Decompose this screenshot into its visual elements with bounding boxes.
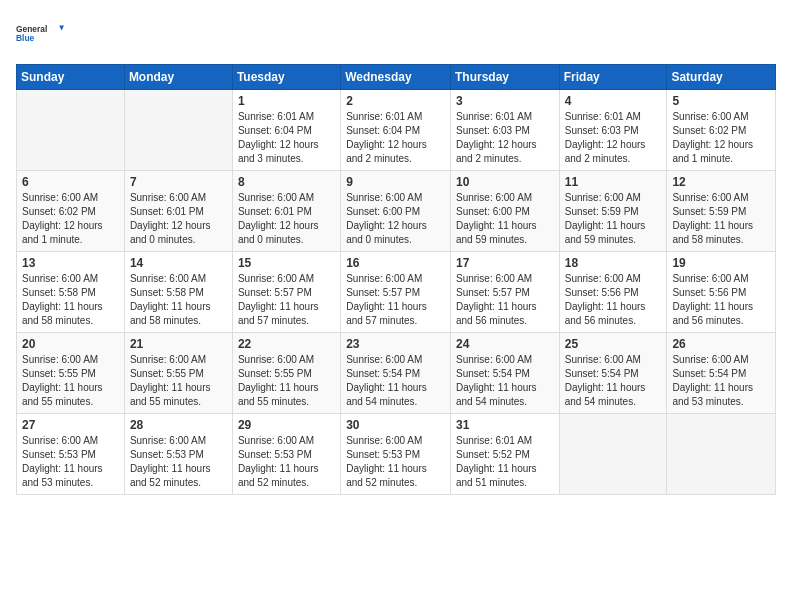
calendar-cell: 5Sunrise: 6:00 AM Sunset: 6:02 PM Daylig…	[667, 90, 776, 171]
day-info: Sunrise: 6:01 AM Sunset: 6:03 PM Dayligh…	[456, 110, 554, 166]
day-number: 23	[346, 337, 445, 351]
week-row-4: 27Sunrise: 6:00 AM Sunset: 5:53 PM Dayli…	[17, 414, 776, 495]
calendar-cell: 6Sunrise: 6:00 AM Sunset: 6:02 PM Daylig…	[17, 171, 125, 252]
day-number: 1	[238, 94, 335, 108]
calendar-cell: 4Sunrise: 6:01 AM Sunset: 6:03 PM Daylig…	[559, 90, 667, 171]
day-number: 19	[672, 256, 770, 270]
day-info: Sunrise: 6:00 AM Sunset: 5:57 PM Dayligh…	[456, 272, 554, 328]
calendar-cell: 7Sunrise: 6:00 AM Sunset: 6:01 PM Daylig…	[124, 171, 232, 252]
day-info: Sunrise: 6:00 AM Sunset: 5:55 PM Dayligh…	[130, 353, 227, 409]
calendar-cell	[124, 90, 232, 171]
calendar-cell: 15Sunrise: 6:00 AM Sunset: 5:57 PM Dayli…	[232, 252, 340, 333]
day-number: 16	[346, 256, 445, 270]
day-info: Sunrise: 6:00 AM Sunset: 6:00 PM Dayligh…	[346, 191, 445, 247]
calendar-cell	[559, 414, 667, 495]
day-info: Sunrise: 6:00 AM Sunset: 5:53 PM Dayligh…	[22, 434, 119, 490]
day-number: 2	[346, 94, 445, 108]
logo: General Blue	[16, 16, 64, 52]
weekday-saturday: Saturday	[667, 65, 776, 90]
day-info: Sunrise: 6:01 AM Sunset: 6:03 PM Dayligh…	[565, 110, 662, 166]
calendar-cell: 25Sunrise: 6:00 AM Sunset: 5:54 PM Dayli…	[559, 333, 667, 414]
day-number: 26	[672, 337, 770, 351]
day-info: Sunrise: 6:00 AM Sunset: 5:53 PM Dayligh…	[346, 434, 445, 490]
day-info: Sunrise: 6:00 AM Sunset: 5:59 PM Dayligh…	[565, 191, 662, 247]
day-number: 3	[456, 94, 554, 108]
calendar-cell: 17Sunrise: 6:00 AM Sunset: 5:57 PM Dayli…	[450, 252, 559, 333]
day-number: 25	[565, 337, 662, 351]
day-number: 21	[130, 337, 227, 351]
day-number: 14	[130, 256, 227, 270]
day-info: Sunrise: 6:00 AM Sunset: 5:56 PM Dayligh…	[672, 272, 770, 328]
day-number: 4	[565, 94, 662, 108]
day-info: Sunrise: 6:00 AM Sunset: 6:02 PM Dayligh…	[22, 191, 119, 247]
calendar-cell: 24Sunrise: 6:00 AM Sunset: 5:54 PM Dayli…	[450, 333, 559, 414]
weekday-wednesday: Wednesday	[341, 65, 451, 90]
day-number: 17	[456, 256, 554, 270]
week-row-3: 20Sunrise: 6:00 AM Sunset: 5:55 PM Dayli…	[17, 333, 776, 414]
calendar-cell: 30Sunrise: 6:00 AM Sunset: 5:53 PM Dayli…	[341, 414, 451, 495]
weekday-sunday: Sunday	[17, 65, 125, 90]
day-number: 10	[456, 175, 554, 189]
calendar-cell: 20Sunrise: 6:00 AM Sunset: 5:55 PM Dayli…	[17, 333, 125, 414]
week-row-0: 1Sunrise: 6:01 AM Sunset: 6:04 PM Daylig…	[17, 90, 776, 171]
day-info: Sunrise: 6:00 AM Sunset: 5:57 PM Dayligh…	[238, 272, 335, 328]
day-number: 30	[346, 418, 445, 432]
day-number: 6	[22, 175, 119, 189]
day-number: 9	[346, 175, 445, 189]
calendar-cell: 29Sunrise: 6:00 AM Sunset: 5:53 PM Dayli…	[232, 414, 340, 495]
weekday-friday: Friday	[559, 65, 667, 90]
calendar-cell: 19Sunrise: 6:00 AM Sunset: 5:56 PM Dayli…	[667, 252, 776, 333]
day-info: Sunrise: 6:01 AM Sunset: 6:04 PM Dayligh…	[238, 110, 335, 166]
calendar-cell: 2Sunrise: 6:01 AM Sunset: 6:04 PM Daylig…	[341, 90, 451, 171]
day-info: Sunrise: 6:00 AM Sunset: 5:55 PM Dayligh…	[238, 353, 335, 409]
day-number: 12	[672, 175, 770, 189]
day-number: 18	[565, 256, 662, 270]
calendar-cell: 9Sunrise: 6:00 AM Sunset: 6:00 PM Daylig…	[341, 171, 451, 252]
calendar-cell: 3Sunrise: 6:01 AM Sunset: 6:03 PM Daylig…	[450, 90, 559, 171]
day-number: 27	[22, 418, 119, 432]
day-info: Sunrise: 6:00 AM Sunset: 5:59 PM Dayligh…	[672, 191, 770, 247]
day-info: Sunrise: 6:01 AM Sunset: 6:04 PM Dayligh…	[346, 110, 445, 166]
week-row-2: 13Sunrise: 6:00 AM Sunset: 5:58 PM Dayli…	[17, 252, 776, 333]
calendar-cell	[667, 414, 776, 495]
calendar-cell: 26Sunrise: 6:00 AM Sunset: 5:54 PM Dayli…	[667, 333, 776, 414]
calendar-cell: 23Sunrise: 6:00 AM Sunset: 5:54 PM Dayli…	[341, 333, 451, 414]
day-number: 29	[238, 418, 335, 432]
calendar-cell: 13Sunrise: 6:00 AM Sunset: 5:58 PM Dayli…	[17, 252, 125, 333]
calendar-cell: 10Sunrise: 6:00 AM Sunset: 6:00 PM Dayli…	[450, 171, 559, 252]
day-info: Sunrise: 6:00 AM Sunset: 6:00 PM Dayligh…	[456, 191, 554, 247]
calendar-cell: 18Sunrise: 6:00 AM Sunset: 5:56 PM Dayli…	[559, 252, 667, 333]
calendar-cell: 31Sunrise: 6:01 AM Sunset: 5:52 PM Dayli…	[450, 414, 559, 495]
day-info: Sunrise: 6:00 AM Sunset: 5:58 PM Dayligh…	[130, 272, 227, 328]
calendar-cell	[17, 90, 125, 171]
weekday-thursday: Thursday	[450, 65, 559, 90]
logo-svg: General Blue	[16, 16, 64, 52]
day-info: Sunrise: 6:00 AM Sunset: 5:55 PM Dayligh…	[22, 353, 119, 409]
day-info: Sunrise: 6:00 AM Sunset: 5:54 PM Dayligh…	[456, 353, 554, 409]
calendar-cell: 1Sunrise: 6:01 AM Sunset: 6:04 PM Daylig…	[232, 90, 340, 171]
day-number: 13	[22, 256, 119, 270]
day-number: 24	[456, 337, 554, 351]
day-info: Sunrise: 6:01 AM Sunset: 5:52 PM Dayligh…	[456, 434, 554, 490]
day-number: 28	[130, 418, 227, 432]
day-number: 8	[238, 175, 335, 189]
calendar-cell: 14Sunrise: 6:00 AM Sunset: 5:58 PM Dayli…	[124, 252, 232, 333]
day-info: Sunrise: 6:00 AM Sunset: 5:54 PM Dayligh…	[672, 353, 770, 409]
day-info: Sunrise: 6:00 AM Sunset: 6:02 PM Dayligh…	[672, 110, 770, 166]
weekday-tuesday: Tuesday	[232, 65, 340, 90]
calendar-cell: 28Sunrise: 6:00 AM Sunset: 5:53 PM Dayli…	[124, 414, 232, 495]
calendar-cell: 8Sunrise: 6:00 AM Sunset: 6:01 PM Daylig…	[232, 171, 340, 252]
day-info: Sunrise: 6:00 AM Sunset: 6:01 PM Dayligh…	[130, 191, 227, 247]
day-info: Sunrise: 6:00 AM Sunset: 5:53 PM Dayligh…	[130, 434, 227, 490]
svg-text:Blue: Blue	[16, 33, 35, 43]
day-number: 31	[456, 418, 554, 432]
day-number: 5	[672, 94, 770, 108]
day-info: Sunrise: 6:00 AM Sunset: 6:01 PM Dayligh…	[238, 191, 335, 247]
day-info: Sunrise: 6:00 AM Sunset: 5:57 PM Dayligh…	[346, 272, 445, 328]
day-number: 15	[238, 256, 335, 270]
calendar-cell: 22Sunrise: 6:00 AM Sunset: 5:55 PM Dayli…	[232, 333, 340, 414]
week-row-1: 6Sunrise: 6:00 AM Sunset: 6:02 PM Daylig…	[17, 171, 776, 252]
day-info: Sunrise: 6:00 AM Sunset: 5:53 PM Dayligh…	[238, 434, 335, 490]
weekday-header-row: SundayMondayTuesdayWednesdayThursdayFrid…	[17, 65, 776, 90]
weekday-monday: Monday	[124, 65, 232, 90]
